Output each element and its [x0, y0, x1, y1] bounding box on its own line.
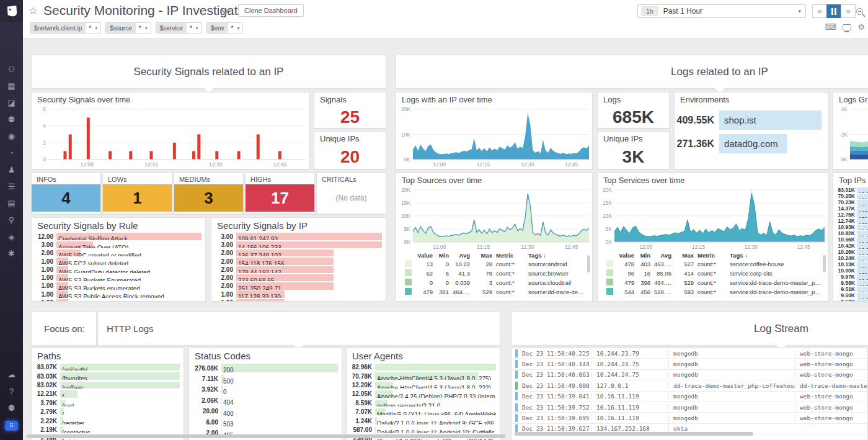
toplist-row[interactable]: 10.24K 10.4 [833, 255, 868, 261]
horizontal-scrollbar-logstream[interactable] [515, 432, 753, 436]
toplist-row[interactable]: 7.07K Mozilla/5.0 (X11; Linux x86_64) Ap… [347, 408, 496, 416]
toplist-row[interactable]: 1.24K Dalvik/2.1.0 (Linux; U; Android 9;… [347, 416, 496, 424]
widget-top-ips[interactable]: Top IPs 83.01K 10.8 70.25K 172. [833, 173, 868, 302]
log-row[interactable]: Dec 23 11:50:40.000 127.0.0.1 dd-trace-d… [512, 380, 867, 391]
toplist-row[interactable]: 1.00 AWS S3 Buckets Enumerated [32, 274, 202, 281]
toplist-row[interactable]: 12.05K Apache/2.4.25 (Debian) PHP/7.0.33… [347, 390, 496, 398]
log-row[interactable]: Dec 23 11:50:40.225 10.244.23.79 mongodb… [512, 348, 867, 359]
toplist-row[interactable]: 70.25K 172. [833, 193, 868, 199]
toplist-row[interactable]: 2.00 154.118.176.156 [211, 258, 382, 265]
$source[interactable]: $source * ▾ [105, 22, 151, 34]
toplist-row[interactable]: 10.42K 10.2 [833, 243, 868, 249]
$service[interactable]: $service * ▾ [156, 22, 202, 34]
toplist-row[interactable]: 1.00 AWS S3 Public Access Block removed [32, 290, 202, 298]
widget-signals-count[interactable]: Signals 25 [314, 92, 386, 128]
toplist-row[interactable]: 3.79K /cart [32, 399, 180, 407]
toplist-row[interactable]: 10.00K 172. [833, 267, 868, 274]
time-range-selector[interactable]: 1h Past 1 Hour ▾ [637, 4, 806, 18]
toplist-row[interactable]: 2.00 136.37.249.102 [211, 249, 382, 257]
watchdog-icon[interactable]: ⚇ [0, 61, 23, 78]
metrics-icon[interactable]: ◪ [0, 94, 23, 111]
toplist-row[interactable]: 276.08K 200 [189, 363, 338, 373]
toplist-row[interactable]: 9.50K 10.5 [833, 292, 868, 299]
toplist-row[interactable]: 2.00 178.44.192.142 [211, 266, 382, 273]
table-row[interactable]: 96 16 85.06 414 count:* service:corp-sit… [606, 269, 823, 278]
environment-row[interactable]: 409.55K shop.ist [675, 110, 822, 130]
toplist-row[interactable]: 9.97K 10.6 [833, 274, 868, 280]
clone-dashboard-button[interactable]: Clone Dashboard [238, 4, 304, 17]
toplist-row[interactable]: 82.96K - [347, 363, 496, 371]
toplist-row[interactable]: 9.56K 10.5 [833, 280, 868, 286]
toplist-row[interactable]: 3.00 14.156.106.233 [211, 241, 382, 248]
toplist-row[interactable]: 10.93K 10.6 [833, 224, 868, 230]
$network.client.ip[interactable]: $network.client.ip * ▾ [30, 22, 101, 34]
toplist-row[interactable]: 10.82K 10.6 [833, 230, 868, 236]
environment-row[interactable]: 271.36K datad0g.com [675, 134, 822, 153]
toplist-row[interactable]: 83.03K /favorites [32, 372, 180, 380]
toplist-row[interactable]: 10.26K 10.6 [833, 249, 868, 255]
org-users-icon[interactable]: ⚉ [0, 400, 23, 416]
toplist-row[interactable]: 83.07K /api/auth/ [32, 363, 180, 371]
tv-mode-icon[interactable] [843, 24, 851, 30]
widget-user-agents[interactable]: User Agents 82.96K - 70.78K Apache-HttpC… [346, 348, 500, 440]
toplist-row[interactable]: 2.00 AWS VPC created or modified [32, 249, 202, 257]
settings-icon[interactable]: ✱ [0, 245, 23, 262]
monitors-icon[interactable]: ◉ [0, 128, 23, 145]
toplist-row[interactable]: 12.00 Credential Stuffing Attack [32, 233, 202, 240]
toplist-row[interactable]: 3.00 Account Take Over (ATO) [32, 241, 202, 248]
log-row[interactable]: Dec 23 11:50:40.063 10.244.24.75 mongodb… [512, 370, 867, 380]
table-row[interactable]: 544 456 528.53 593 count:* service:dd-tr… [606, 287, 823, 297]
apm-icon[interactable]: ◔ [0, 145, 23, 161]
chat-icon[interactable]: ☁ [0, 366, 23, 383]
toplist-row[interactable]: 3.00 109.61.247.93 [211, 233, 382, 240]
toplist-row[interactable]: 6.00 503 [189, 417, 338, 427]
widget-signals-by-rule[interactable]: Security Signals by Rule 12.00 Credentia… [31, 217, 206, 302]
toplist-row[interactable]: 12.74K 172. [833, 218, 868, 224]
security-signals-bar-chart[interactable]: 024612:0012:1512:3012:45 [32, 106, 309, 168]
toplist-row[interactable]: 14.37K 127. [833, 205, 868, 212]
dashboards-icon[interactable]: ▦ [0, 78, 23, 94]
toplist-row[interactable]: 1.00 117.184.153.131 [211, 299, 382, 302]
toplist-row[interactable]: 2.19K /contactus [32, 426, 180, 434]
table-row[interactable]: 13 0 10.22 28 count:* source:android [405, 259, 587, 269]
toplist-row[interactable]: 7.11K 500 [189, 374, 338, 384]
toplist-row[interactable]: 1.00 117.128.33.130 [211, 290, 382, 298]
widget-unique-ips-signals[interactable]: Unique IPs 20 [314, 131, 386, 169]
toplist-row[interactable]: 83.02K /coffees [32, 381, 180, 389]
widget-logs-groups[interactable]: Logs Gro 0K2K4K [833, 92, 868, 169]
widget-top-services[interactable]: Top Services over time 0K5K10K15K20K12:0… [597, 173, 828, 302]
logs-area-chart[interactable]: 0K10K20K12:0012:1512:3012:45 [396, 106, 592, 168]
toplist-row[interactable]: 10.56K 10.6 [833, 236, 868, 243]
table-row[interactable]: 479 361 464.71 529 count:* source:dd-tra… [405, 287, 587, 297]
toplist-row[interactable]: 3.92K 0 [189, 385, 338, 395]
logs-groups-stacked-chart[interactable]: 0K2K4K [833, 106, 868, 168]
table-scrollbar[interactable] [823, 255, 826, 272]
toplist-row[interactable]: 83.01K 10.8 [833, 187, 868, 193]
$env[interactable]: $env * ▾ [206, 22, 244, 34]
datadog-logo[interactable] [0, 0, 23, 22]
note-security-signals[interactable]: Security Signals related to an IP [31, 55, 386, 89]
widget-log-stream[interactable]: Dec 23 11:50:40.225 10.244.23.79 mongodb… [511, 348, 867, 440]
trace-search-icon[interactable]: ⚲ [0, 212, 23, 228]
security-icon[interactable]: ◈ [0, 228, 23, 245]
toplist-row[interactable]: 9.50K 10.4 [833, 299, 868, 302]
logs-icon[interactable]: ☰ [0, 178, 23, 195]
widget-top-sources[interactable]: Top Sources over time 0K5K10K15K20K12:00… [396, 173, 593, 302]
note-log-stream[interactable]: Log Stream [511, 312, 868, 346]
toplist-row[interactable]: 12.21K * [32, 390, 180, 398]
severity-card[interactable]: MEDIUMs 3 [174, 173, 244, 214]
widget-logs-count[interactable]: Logs 685K [597, 92, 670, 128]
table-row[interactable]: 478 403 463.18 527 count:* service:coffe… [606, 259, 823, 269]
horizontal-scrollbar-left[interactable] [27, 434, 505, 438]
top-services-area-chart[interactable]: 0K5K10K15K20K12:0012:1512:3012:45 [598, 187, 828, 250]
table-scrollbar[interactable] [587, 255, 590, 272]
table-row[interactable]: 0 0 0.039 3 count:* source:cloudtrail [405, 278, 587, 287]
table-row[interactable]: 479 398 464.92 529 count:* service:dd-tr… [606, 278, 823, 287]
toplist-row[interactable]: 12.20K Apache-HttpClient/4.5.3 (Java/1.8… [347, 381, 496, 389]
severity-card[interactable]: HIGHs 17 [245, 173, 315, 214]
toplist-row[interactable]: 20.00 400 [189, 406, 338, 416]
widget-unique-ips-logs[interactable]: Unique IPs 3K [597, 131, 670, 169]
zoom-out-button[interactable] [852, 4, 867, 18]
severity-card[interactable]: LOWs 1 [102, 173, 172, 214]
toplist-row[interactable]: 70.23K 172. [833, 199, 868, 205]
